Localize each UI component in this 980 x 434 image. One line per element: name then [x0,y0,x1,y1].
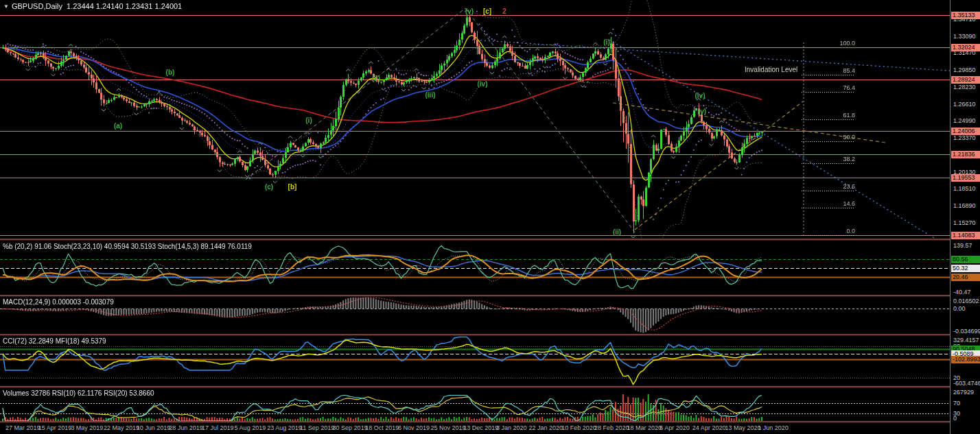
panel-separator[interactable] [0,239,980,240]
stochastic-panel-label: %b (20,2) 91.06 Stoch(23,23,10) 40.9594 … [3,243,252,250]
price-axis-tick: 1.33090 [953,33,976,40]
price-axis[interactable]: 1.347101.330901.314701.298501.282301.266… [950,0,980,434]
wave-label: (ii) [372,75,380,82]
price-level-badge: 1.19553 [951,174,980,182]
fib-level-label: 14.6 [814,200,855,207]
date-label: 15 Apr 2019 [38,424,72,431]
collapse-arrow-icon[interactable]: ▼ [3,3,9,10]
fib-level-label: 76.4 [814,84,855,91]
date-label: 1 Jun 2020 [758,424,789,431]
fib-level-label: 61.8 [814,112,855,119]
fib-level-label: 85.4 [814,67,855,74]
date-label: 17 Jul 2019 [202,424,234,431]
vol-axis-tick: 70 [953,400,960,407]
price-axis-tick: 1.16890 [953,202,976,209]
date-label: 27 Mar 2019 [5,424,40,431]
date-label: 3 May 2019 [71,424,103,431]
date-label: 5 Aug 2019 [235,424,266,431]
date-label: 28 Feb 2020 [594,424,629,431]
macd-axis-tick: 0.00 [953,305,966,312]
wave-label: (a) [114,122,122,130]
vol-axis-tick: 267929 [953,389,974,396]
wave-label: (c) [265,183,273,191]
price-level-badge: 1.24006 [951,128,980,135]
macd-panel-canvas[interactable] [0,297,950,334]
wave-label: 2 [502,8,506,15]
date-label: 28 Jun 2019 [169,424,203,431]
wave-label: [b] [288,183,297,191]
price-axis-tick: 1.15270 [953,219,976,226]
panel-separator[interactable] [0,421,980,422]
cci-mfi-panel-label: CCI(72) 32.2849 MFI(18) 49.5379 [3,337,106,345]
date-label: 10 Feb 2020 [561,424,596,431]
date-label: 22 May 2019 [104,424,139,431]
wave-label: (i) [305,117,312,124]
wave-label: (b) [166,69,175,76]
price-level-badge: 1.14083 [951,232,980,239]
bstoch-level-badge: 20.46 [951,274,980,281]
fib-level-label: 23.6 [814,183,855,190]
volume-panel-label: Volumes 32786 RSI(10) 62.1176 RSI(20) 53… [3,389,154,397]
symbol-period-label: GBPUSD,Daily [12,2,62,10]
wave-label: (iv) [695,92,705,99]
wave-label: (i) [603,38,609,46]
macd-axis-tick: -0.034699 [953,328,980,335]
panel-separator[interactable] [0,295,980,296]
price-level-badge: 1.21836 [951,151,980,158]
fib-level-label: 0.0 [814,228,855,234]
ohlc-values: 1.23444 1.24140 1.23431 1.24001 [67,2,182,10]
fib-level-label: 50.0 [814,134,855,141]
bstoch-level-badge: 80.56 [951,256,980,263]
wave-label: (v) [465,8,474,15]
bstoch-axis-tick: 139.57 [953,242,972,249]
date-label: 18 Mar 2020 [627,424,662,431]
cci-mfi-panel-canvas[interactable] [0,336,950,386]
date-label: 10 Jun 2019 [137,424,171,431]
price-axis-tick: 1.23370 [953,134,976,141]
price-axis-tick: 1.29850 [953,67,976,73]
date-label: 18 Oct 2019 [365,424,399,431]
date-label: 6 Nov 2019 [398,424,430,431]
fib-level-label: 100.0 [814,40,855,47]
date-label: 13 Dec 2019 [463,424,498,431]
date-label: 22 Jan 2020 [529,424,563,431]
price-level-badge: 1.28924 [951,76,980,84]
macd-axis-tick: 0.016502 [953,298,979,304]
date-label: 3 Jan 2020 [496,424,527,431]
date-label: 23 Aug 2019 [267,424,302,431]
macd-panel-label: MACD(12,24,9) 0.000003 -0.003079 [3,298,114,306]
price-axis-tick: 1.28230 [953,84,976,91]
date-label: 13 May 2020 [725,424,761,431]
date-label: 11 Sep 2019 [300,424,334,431]
wave-label: (iv) [478,80,488,88]
time-axis[interactable]: 27 Mar 201915 Apr 20193 May 201922 May 2… [0,422,950,434]
cci-level-badge: -102.8993 [951,356,980,363]
wave-label: [c] [483,8,491,15]
price-chart-canvas[interactable] [0,0,950,239]
price-level-badge: 1.35133 [951,12,980,19]
panel-separator[interactable] [0,334,980,335]
price-axis-tick: 1.24990 [953,117,976,124]
wave-label: (ii) [613,228,621,236]
date-label: 25 Nov 2019 [431,424,466,431]
fib-level-label: 38.2 [814,156,855,162]
vol-axis-tick: 0 [953,415,957,422]
price-level-badge: 1.32024 [951,44,980,51]
bstoch-level-badge: 50.32 [951,265,980,272]
chart-title: ▼GBPUSD,Daily 1.23444 1.24140 1.23431 1.… [3,2,182,10]
date-label: 24 Apr 2020 [692,424,726,431]
mt4-chart-window: ▼GBPUSD,Daily 1.23444 1.24140 1.23431 1.… [0,0,980,434]
wave-label: (v) [698,108,706,115]
price-axis-tick: 1.26610 [953,101,976,108]
price-axis-tick: 1.18510 [953,185,976,192]
date-label: 6 Apr 2020 [660,424,690,431]
cci-axis-tick: -603.4746 [953,380,980,387]
wave-label: (iii) [425,91,436,99]
date-label: 30 Sep 2019 [333,424,368,431]
panel-separator[interactable] [0,386,980,387]
invalidation-level-label: Invalidation Level [745,66,797,73]
bstoch-axis-tick: -40.47 [953,289,971,296]
